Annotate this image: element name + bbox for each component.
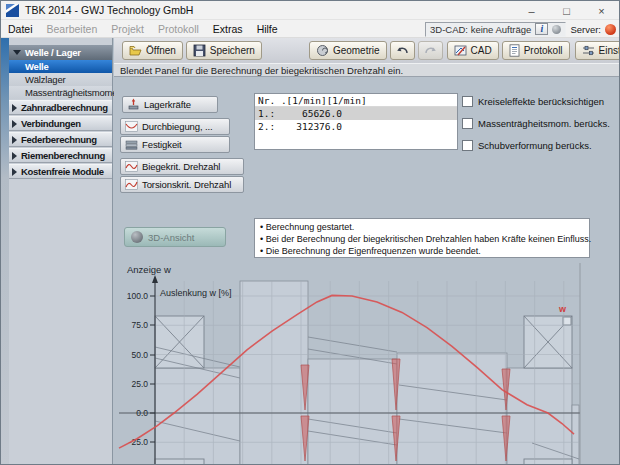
sidebar: Welle / Lager Welle Wälzlager Massenträg… [9, 38, 113, 464]
title-bar: TBK 2014 - GWJ Technology GmbH – □ × [1, 1, 619, 20]
settings-button[interactable]: Einstellungen [575, 41, 620, 60]
menu-datei[interactable]: Datei [1, 23, 40, 35]
sphere-icon [131, 231, 143, 243]
hint-text: Blendet Panel für die Berechnung der bie… [114, 65, 403, 76]
close-button[interactable]: × [584, 1, 619, 20]
sidebar-section-riemenberechnung[interactable]: Riemenberechnung [9, 148, 112, 163]
undo-button[interactable] [390, 41, 415, 60]
deflection-icon [125, 120, 138, 133]
bending-critical-icon [125, 160, 138, 173]
window-title: TBK 2014 - GWJ Technology GmbH [25, 4, 193, 16]
left-accent-strip [1, 38, 9, 464]
save-disk-icon [193, 44, 206, 57]
shear-deformation-option[interactable]: Schubverformung berücks. [462, 140, 592, 151]
display-label: Anzeige [127, 264, 161, 275]
table-header: Nr. .[1/min][1/min] [255, 94, 457, 107]
app-icon [6, 4, 19, 17]
geometry-icon [316, 44, 329, 57]
collapsed-triangle-icon [12, 152, 17, 160]
strength-icon [125, 138, 138, 151]
svg-text:100.0: 100.0 [127, 291, 149, 301]
cad-status-text: 3D-CAD: keine Aufträge [430, 24, 531, 35]
collapsed-triangle-icon [12, 104, 17, 112]
protocol-button[interactable]: Protokoll [502, 41, 570, 60]
menu-extras[interactable]: Extras [206, 23, 250, 35]
sidebar-item-welle[interactable]: Welle [9, 60, 112, 73]
cad-button[interactable]: CAD [447, 41, 499, 60]
expanded-triangle-icon [13, 50, 21, 55]
hint-bar: Blendet Panel für die Berechnung der bie… [114, 63, 619, 77]
info-button[interactable]: i [535, 23, 548, 35]
sidebar-section-welle-lager[interactable]: Welle / Lager [9, 45, 112, 60]
torsion-critical-button[interactable]: Torsionskrit. Drehzahl [120, 176, 244, 193]
message-line: • Die Berechnung der Eigenfrequenzen wur… [260, 245, 584, 257]
settings-icon [582, 44, 595, 57]
protocol-document-icon [509, 44, 520, 57]
geometry-button[interactable]: Geometrie [309, 41, 387, 60]
display-value[interactable]: w [163, 264, 171, 275]
svg-text:0.0: 0.0 [136, 408, 148, 418]
svg-text:75.0: 75.0 [131, 320, 148, 330]
collapsed-triangle-icon [12, 136, 17, 144]
maximize-button[interactable]: □ [549, 1, 584, 20]
collapsed-triangle-icon [12, 168, 17, 176]
checkbox[interactable] [462, 96, 473, 107]
checkbox[interactable] [462, 140, 473, 151]
sidebar-section-federberechnung[interactable]: Federberechnung [9, 132, 112, 147]
message-line: • Bei der Berechnung der biegekritischen… [260, 233, 584, 245]
critical-speed-table: Nr. .[1/min][1/min] 1.: 65626.0 2.: 3123… [254, 93, 458, 150]
table-row[interactable]: 2.: 312376.0 [255, 120, 457, 133]
y-axis-label: Auslenkung w [%] [160, 288, 232, 298]
checkbox[interactable] [462, 118, 473, 129]
message-log: • Berechnung gestartet. • Bei der Berech… [254, 218, 590, 258]
open-folder-icon [129, 44, 142, 57]
message-line: • Berechnung gestartet. [260, 221, 584, 233]
sidebar-section-zahnradberechnung[interactable]: Zahnradberechnung [9, 100, 112, 115]
server-label: Server: [570, 24, 601, 35]
redo-button [418, 41, 443, 60]
mass-inertia-option[interactable]: Massenträgheitsmom. berücks. [462, 118, 610, 129]
svg-text:50.0: 50.0 [131, 350, 148, 360]
sidebar-item-massentraegheitsmoment[interactable]: Massenträgheitsmoment [9, 86, 112, 99]
redo-icon [423, 44, 438, 57]
menu-protokoll: Protokoll [151, 23, 206, 35]
undo-icon [395, 44, 410, 57]
deflection-button[interactable]: Durchbiegung, ... [120, 118, 230, 135]
toolbar: Öffnen Speichern Geometrie [114, 38, 619, 63]
view-3d-button: 3D-Ansicht [124, 227, 226, 247]
sidebar-section-kostenfreie-module[interactable]: Kostenfreie Module [9, 164, 112, 179]
curve-series-label: w [558, 304, 567, 314]
menu-bar: Datei Bearbeiten Projekt Protokoll Extra… [1, 20, 619, 38]
table-row[interactable]: 1.: 65626.0 [255, 107, 457, 120]
cad-icon [454, 44, 467, 57]
cad-status-field: 3D-CAD: keine Aufträge i [425, 22, 566, 37]
server-status-indicator [605, 24, 616, 35]
bearing-forces-button[interactable]: Lagerkräfte [122, 96, 218, 113]
collapsed-triangle-icon [12, 120, 17, 128]
save-button[interactable]: Speichern [186, 41, 262, 60]
strength-button[interactable]: Festigkeit [120, 136, 230, 153]
sidebar-item-waelzlager[interactable]: Wälzlager [9, 73, 112, 86]
app-window: TBK 2014 - GWJ Technology GmbH – □ × Dat… [0, 0, 620, 465]
menu-projekt: Projekt [104, 23, 151, 35]
open-button[interactable]: Öffnen [122, 41, 183, 60]
minimize-button[interactable]: – [514, 1, 549, 20]
gyro-effects-option[interactable]: Kreiseleffekte berücksichtigen [462, 96, 604, 107]
content-panel: Lagerkräfte Durchbiegung, ... Festigkeit [114, 77, 619, 464]
menu-hilfe[interactable]: Hilfe [250, 23, 285, 35]
svg-text:25.0: 25.0 [131, 379, 148, 389]
bending-critical-button[interactable]: Biegekrit. Drehzahl [120, 158, 244, 175]
sidebar-section-verbindungen[interactable]: Verbindungen [9, 116, 112, 131]
deflection-chart: 100.0 75.0 50.0 25.0 0.0 -25.0 Anzeige w… [117, 263, 620, 465]
main-area: Öffnen Speichern Geometrie [114, 38, 619, 464]
menu-bearbeiten: Bearbeiten [40, 23, 105, 35]
torsion-critical-icon [125, 178, 138, 191]
bearing-forces-icon [127, 98, 140, 111]
cad-status-indicator [552, 25, 561, 34]
y-tick-labels: 100.0 75.0 50.0 25.0 0.0 -25.0 [127, 291, 149, 447]
